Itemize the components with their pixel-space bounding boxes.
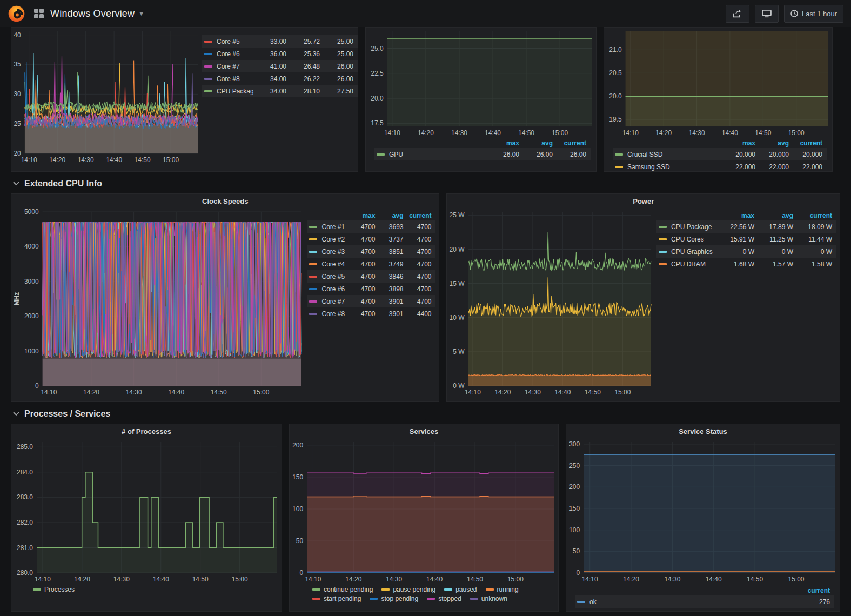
legend-item[interactable]: Core #7470039014700 <box>307 295 435 307</box>
dashboard-title[interactable]: Windows Overview <box>50 8 135 19</box>
clock-icon <box>790 10 798 17</box>
legend-item[interactable]: CPU Graphics0 W0 W0 W <box>656 245 836 258</box>
series-label: continue pending <box>324 586 373 593</box>
chart-svg[interactable]: 285.0284.0283.0282.0281.0280.014:1014:20… <box>11 438 282 584</box>
legend-item[interactable]: Core #533.0025.7225.00 <box>202 35 358 48</box>
section-extended-cpu-info[interactable]: Extended CPU Info <box>11 172 840 193</box>
series-label: Core #4 <box>321 260 347 268</box>
legend-item[interactable]: Core #8470039014400 <box>307 307 435 320</box>
legend-item[interactable]: Core #6470038984700 <box>307 283 435 295</box>
chart-svg[interactable]: 25.022.520.017.514:1014:2014:3014:4014:5… <box>366 28 596 138</box>
services-chart[interactable]: 20015010050014:1014:2014:3014:4014:5015:… <box>290 438 558 584</box>
legend-item[interactable]: Core #3470038514700 <box>307 245 435 258</box>
series-value: 18.09 W <box>793 223 832 231</box>
legend-sort-current[interactable]: current <box>789 139 822 147</box>
chart-svg[interactable]: 25 W20 W15 W10 W5 W0 W14:1014:2014:3014:… <box>447 208 655 397</box>
series-value: 3749 <box>375 260 403 268</box>
chevron-down-icon[interactable]: ▼ <box>138 10 144 17</box>
legend-item[interactable]: stopped <box>427 595 461 602</box>
legend-item[interactable]: paused <box>444 586 477 593</box>
share-button[interactable] <box>726 5 749 23</box>
chart-svg[interactable]: 50004000300020001000014:1014:2014:3014:4… <box>11 208 306 397</box>
top-navbar: Windows Overview ▼ Last 1 hour <box>0 0 851 27</box>
series-color-swatch <box>204 90 212 92</box>
legend-sort-current[interactable]: current <box>403 212 431 219</box>
chart-svg[interactable]: 403530252014:1014:2014:3014:4014:5015:00 <box>11 28 202 165</box>
cpu-temperatures-chart[interactable]: 403530252014:1014:2014:3014:4014:5015:00 <box>11 28 202 165</box>
power-chart[interactable]: 25 W20 W15 W10 W5 W0 W14:1014:2014:3014:… <box>447 208 655 397</box>
legend-sort-current[interactable]: current <box>553 139 586 147</box>
legend-item[interactable]: stop pending <box>370 595 418 602</box>
panel-title[interactable]: # of Processes <box>11 424 282 438</box>
panel-title[interactable]: Service Status <box>566 424 840 438</box>
legend-item[interactable]: Core #636.0025.3625.00 <box>202 48 358 60</box>
svg-text:15:00: 15:00 <box>788 129 805 137</box>
service-status-chart[interactable]: 30025020015010050014:1014:2014:3014:4014… <box>566 438 840 584</box>
svg-text:3000: 3000 <box>24 278 39 285</box>
panel-title[interactable]: Services <box>290 424 558 438</box>
gpu-temperature-chart[interactable]: 25.022.520.017.514:1014:2014:3014:4014:5… <box>366 28 596 138</box>
legend-item[interactable]: CPU Package34.0028.1027.50 <box>202 85 358 97</box>
legend-sort-avg[interactable]: avg <box>519 139 553 147</box>
legend-item[interactable]: Processes <box>33 586 75 593</box>
legend-header: maxavgcurrent <box>613 138 827 148</box>
panel-title[interactable]: Clock Speeds <box>11 194 439 208</box>
legend-item[interactable]: start pending <box>312 595 361 602</box>
legend-sort-avg[interactable]: avg <box>755 139 789 147</box>
legend-item[interactable]: Core #2470037374700 <box>307 233 435 245</box>
legend-sort-current[interactable]: current <box>793 212 832 219</box>
section-label: Processes / Services <box>24 409 110 419</box>
legend-item[interactable]: CPU Cores15.91 W11.25 W11.44 W <box>656 233 836 245</box>
svg-text:14:50: 14:50 <box>747 575 763 583</box>
legend-item[interactable]: pause pending <box>381 586 435 593</box>
processes-chart[interactable]: 285.0284.0283.0282.0281.0280.014:1014:20… <box>11 438 282 584</box>
svg-text:21.0: 21.0 <box>609 46 622 53</box>
legend-item[interactable]: Core #834.0026.2226.00 <box>202 72 358 85</box>
legend-item[interactable]: Core #1470036934700 <box>307 220 435 233</box>
legend-sort-max[interactable]: max <box>347 212 375 219</box>
legend-item[interactable]: GPU26.0026.0026.00 <box>374 148 591 160</box>
ssd-temperature-chart[interactable]: 21.020.520.019.514:1014:2014:3014:4014:5… <box>604 28 832 138</box>
series-label: Core #2 <box>321 236 347 243</box>
svg-text:14:40: 14:40 <box>153 575 169 583</box>
legend-sort-max[interactable]: max <box>715 212 754 219</box>
legend-item[interactable]: running <box>486 586 519 593</box>
legend-item[interactable]: Core #4470037494700 <box>307 258 435 270</box>
legend-item[interactable]: CPU DRAM1.68 W1.57 W1.58 W <box>656 258 836 270</box>
series-value: 34.00 <box>253 75 286 83</box>
legend-item[interactable]: unknown <box>470 595 507 602</box>
series-value: 20.000 <box>722 151 755 158</box>
time-range-button[interactable]: Last 1 hour <box>784 5 843 23</box>
tv-mode-button[interactable] <box>755 5 779 23</box>
section-processes-services[interactable]: Processes / Services <box>11 402 840 424</box>
legend-sort-avg[interactable]: avg <box>754 212 793 219</box>
legend-sort-max[interactable]: max <box>486 139 519 147</box>
legend-item[interactable]: ok276 <box>575 595 834 608</box>
dashboard-grid-icon[interactable] <box>34 9 44 18</box>
legend-item[interactable]: Core #741.0026.4826.00 <box>202 60 358 72</box>
chart-svg[interactable]: 30025020015010050014:1014:2014:3014:4014… <box>566 438 840 584</box>
legend-sort-current[interactable]: current <box>787 587 830 594</box>
clock-speeds-chart[interactable]: 50004000300020001000014:1014:2014:3014:4… <box>11 208 306 397</box>
legend-sort-max[interactable]: max <box>722 139 755 147</box>
chart-svg[interactable]: 21.020.520.019.514:1014:2014:3014:4014:5… <box>604 28 832 138</box>
svg-text:200: 200 <box>292 441 303 449</box>
chart-svg[interactable]: 20015010050014:1014:2014:3014:4014:5015:… <box>290 438 558 584</box>
legend-sort-avg[interactable]: avg <box>375 212 403 219</box>
series-value: 4700 <box>403 273 431 280</box>
series-value: 15.91 W <box>715 236 754 243</box>
legend-item[interactable]: Crucial SSD20.00020.00020.000 <box>613 148 827 160</box>
panel-title[interactable]: Power <box>447 194 840 208</box>
legend-item[interactable]: continue pending <box>312 586 373 593</box>
y-axis-label: MHz <box>13 292 21 306</box>
service-status-legend: currentok276 <box>575 585 834 608</box>
legend-item[interactable]: Core #5470038464700 <box>307 270 435 283</box>
legend-item[interactable]: CPU Package22.56 W17.89 W18.09 W <box>656 220 836 233</box>
svg-text:14:50: 14:50 <box>192 575 209 583</box>
series-color-swatch <box>370 598 378 600</box>
series-value: 25.00 <box>320 50 353 58</box>
series-value: 28.10 <box>286 88 320 95</box>
legend-item[interactable]: Samsung SSD22.00022.00022.000 <box>613 160 827 172</box>
series-color-swatch <box>309 226 317 228</box>
grafana-logo[interactable] <box>8 5 25 23</box>
